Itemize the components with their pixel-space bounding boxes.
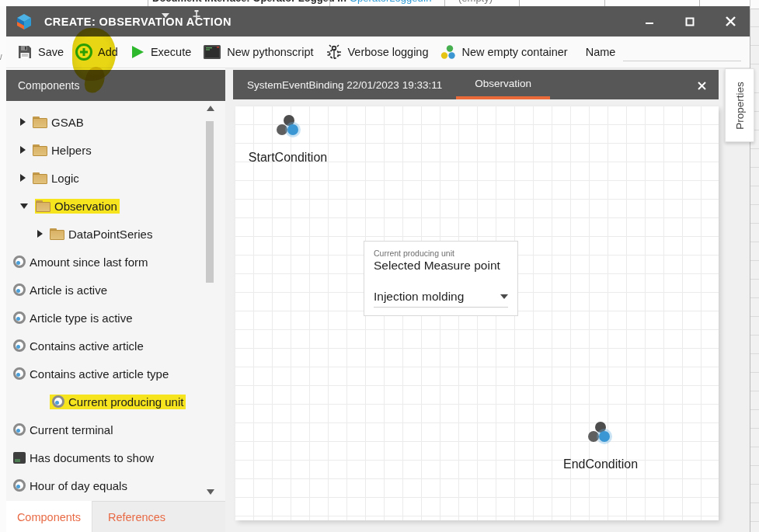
dialog-title: CREATE: OBSERVATION ACTION [44, 16, 232, 28]
pin-icon[interactable] [190, 9, 203, 23]
tree-item-label: Current producing unit [68, 395, 183, 409]
observation-eye-icon [13, 339, 26, 352]
tree-item-logic[interactable]: Logic [6, 164, 225, 192]
tree-item-label: Article is active [30, 283, 107, 297]
condition-node-icon [276, 115, 302, 137]
name-field-label: Name [586, 46, 616, 58]
new-empty-container-button[interactable]: New empty container [440, 45, 568, 60]
maximize-button[interactable] [680, 12, 700, 32]
tree-item-label: Contains active article type [30, 367, 169, 381]
tab-label: Observation [475, 78, 531, 89]
background-text-fragment: n [0, 78, 1, 89]
components-dropdown-icon[interactable] [162, 13, 169, 18]
save-button-label: Save [38, 46, 64, 58]
start-condition-node[interactable]: StartCondition [235, 115, 340, 137]
folder-icon [33, 144, 47, 156]
scrollbar-thumb[interactable] [206, 121, 214, 283]
close-button[interactable] [720, 12, 740, 32]
property-card: Current producing unit Selected Measure … [364, 241, 518, 316]
end-condition-node[interactable]: EndCondition [538, 422, 663, 444]
tree-item-label: Helpers [51, 144, 92, 157]
scroll-up-arrow-icon[interactable] [207, 106, 214, 111]
expand-arrow-icon[interactable] [37, 230, 43, 238]
tree-scrollbar[interactable] [204, 104, 218, 498]
tree-item-article-type-is-active[interactable]: Article type is active [6, 304, 225, 332]
window-buttons [639, 12, 750, 32]
node-label: StartCondition [235, 151, 340, 165]
tab-references[interactable]: References [98, 502, 176, 532]
tree-item-gsab[interactable]: GSAB [6, 108, 225, 136]
tab-references-label: References [108, 511, 165, 523]
tree-item-label: Amount since last form [30, 256, 148, 269]
chevron-down-icon [500, 294, 508, 299]
measure-point-dropdown[interactable]: Injection molding [374, 287, 508, 308]
tab-properties-flyout[interactable]: Properties [725, 68, 754, 142]
background-link-fragment: OperatorLoggedIn [350, 0, 432, 5]
observation-eye-icon [13, 283, 26, 296]
new-pythonscript-label: New pythonscript [227, 46, 313, 58]
execute-button[interactable]: Execute [130, 44, 191, 60]
save-button[interactable]: Save [17, 44, 64, 60]
add-button-label: Add [98, 46, 118, 58]
tree-item-helpers[interactable]: Helpers [6, 136, 225, 164]
tree-item-label: Hour of day equals [30, 479, 127, 492]
tree-item-contains-active-article-type[interactable]: Contains active article type [6, 360, 225, 388]
tab-label: SystemEventBinding 22/01/2023 19:33:11 [247, 79, 442, 91]
observation-eye-icon [13, 256, 26, 268]
tree-item-amount-since-last-form[interactable]: Amount since last form [6, 248, 225, 276]
tree-item-current-producing-unit[interactable]: Current producing unit [6, 388, 225, 416]
new-pythonscript-button[interactable]: New pythonscript [203, 44, 313, 60]
tree-item-label: GSAB [51, 116, 84, 129]
observation-eye-icon [13, 479, 26, 492]
execute-button-label: Execute [151, 46, 191, 58]
property-card-title: Selected Measure point [374, 259, 500, 273]
scroll-down-arrow-icon[interactable] [207, 489, 214, 495]
tab-observation[interactable]: Observation [456, 70, 550, 99]
verbose-logging-button[interactable]: Verbose logging [326, 43, 429, 61]
add-button[interactable]: Add [75, 43, 118, 61]
background-window-corner [750, 0, 759, 9]
divider [148, 0, 148, 6]
tree-item-label: Has documents to show [30, 451, 154, 464]
tree-item-article-is-active[interactable]: Article is active [6, 276, 225, 304]
collapse-arrow-icon[interactable] [20, 203, 28, 209]
divider [329, 0, 330, 6]
components-panel-header: Components [6, 70, 225, 101]
console-window-icon [203, 44, 221, 60]
document-tabstrip: SystemEventBinding 22/01/2023 19:33:11 O… [233, 70, 719, 99]
green-play-icon [130, 44, 145, 60]
tree-item-hour-of-day-equals[interactable]: Hour of day equals [6, 471, 225, 499]
tab-components-label: Components [17, 511, 81, 523]
folder-icon [36, 200, 50, 212]
design-canvas[interactable]: StartCondition Current producing unit Se… [235, 106, 719, 520]
panel-bottom-tabbar: Components References [6, 501, 225, 532]
toolbar: Save Add Execute New pythonsc [6, 37, 750, 68]
divider [604, 0, 605, 6]
expand-arrow-icon[interactable] [20, 174, 26, 182]
tab-components[interactable]: Components [6, 501, 92, 532]
tree-item-contains-active-article[interactable]: Contains active article [6, 332, 225, 360]
app-cube-logo-icon [15, 12, 33, 31]
dialog-titlebar: CREATE: OBSERVATION ACTION [6, 6, 750, 37]
tab-systemeventbinding[interactable]: SystemEventBinding 22/01/2023 19:33:11 [233, 70, 456, 99]
three-dots-icon [440, 45, 457, 60]
minimize-button[interactable] [639, 12, 660, 32]
dropdown-value: Injection molding [374, 290, 464, 304]
name-input[interactable] [623, 43, 741, 61]
tree-item-current-terminal[interactable]: Current terminal [6, 416, 225, 443]
tree-item-label: Observation [54, 200, 117, 213]
condition-node-icon [587, 422, 614, 444]
tree-item-datapointseries[interactable]: DataPointSeries [6, 220, 225, 248]
background-text-fragment: n [0, 113, 1, 124]
tab-close-button[interactable] [698, 79, 706, 93]
tree-item-label: Logic [51, 172, 79, 185]
new-empty-container-label: New empty container [462, 46, 568, 58]
expand-arrow-icon[interactable] [20, 118, 26, 126]
tree-item-has-documents-to-show[interactable]: Has documents to show [6, 443, 225, 471]
document-screen-icon [13, 452, 26, 464]
node-label: EndCondition [538, 457, 663, 471]
close-icon [698, 82, 706, 90]
folder-icon [33, 116, 47, 128]
tree-item-observation[interactable]: Observation [6, 192, 225, 220]
expand-arrow-icon[interactable] [20, 146, 26, 154]
